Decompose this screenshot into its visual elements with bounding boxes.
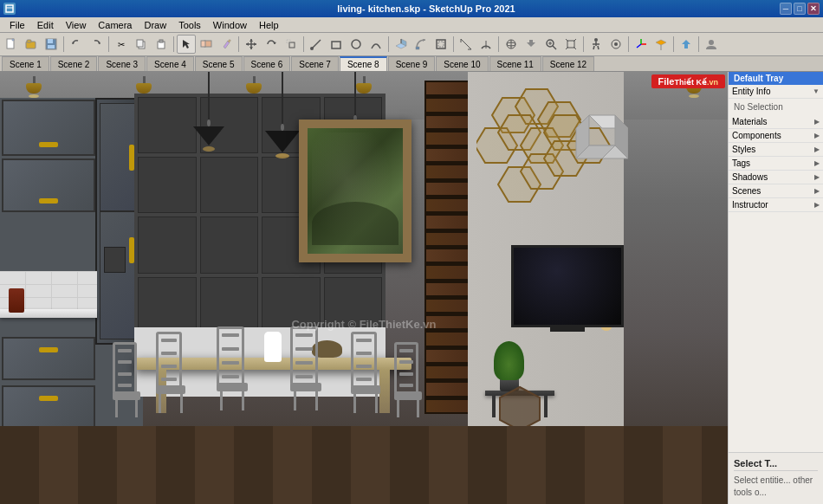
zoom-button[interactable] bbox=[541, 35, 561, 54]
navigation-cube[interactable] bbox=[572, 111, 628, 169]
menu-tools[interactable]: Tools bbox=[172, 18, 207, 32]
chair-back bbox=[351, 332, 377, 388]
fridge-door-top bbox=[100, 103, 139, 211]
section-button[interactable] bbox=[651, 35, 671, 54]
tray-scenes[interactable]: Scenes ▶ bbox=[729, 184, 823, 198]
pushpull-button[interactable] bbox=[392, 35, 411, 54]
wood-slat bbox=[426, 283, 470, 295]
scene-tab-11[interactable]: Scene 11 bbox=[489, 56, 541, 71]
svg-rect-7 bbox=[48, 45, 55, 48]
maximize-button[interactable]: □ bbox=[794, 3, 806, 15]
toolbar-sep-10 bbox=[628, 36, 629, 52]
rotate-button[interactable] bbox=[262, 35, 281, 54]
menu-window[interactable]: Window bbox=[207, 18, 253, 32]
grid-cell bbox=[200, 216, 259, 273]
scale-button[interactable] bbox=[282, 35, 301, 54]
table-leg bbox=[379, 370, 390, 413]
paint-button[interactable] bbox=[217, 35, 236, 54]
undo-button[interactable] bbox=[67, 35, 86, 54]
zoomfit-button[interactable] bbox=[561, 35, 580, 54]
svg-line-36 bbox=[461, 39, 471, 49]
arc-button[interactable] bbox=[366, 35, 386, 54]
lower-cabinets bbox=[0, 335, 97, 430]
chair-slat bbox=[399, 384, 413, 387]
entity-info-label: Entity Info bbox=[732, 87, 770, 96]
scene-tab-6[interactable]: Scene 6 bbox=[243, 56, 291, 71]
circle-button[interactable] bbox=[347, 35, 366, 54]
open-button[interactable] bbox=[22, 35, 41, 54]
chair-seat bbox=[217, 383, 248, 391]
lower-cabinet-1 bbox=[2, 337, 95, 380]
tray-shadows[interactable]: Shadows ▶ bbox=[729, 171, 823, 184]
lookaround-button[interactable] bbox=[606, 35, 625, 54]
svg-point-64 bbox=[709, 40, 714, 45]
cut-button[interactable]: ✂ bbox=[112, 35, 131, 54]
pendant-shade-1 bbox=[193, 126, 224, 145]
tray-materials[interactable]: Materials ▶ bbox=[729, 115, 823, 129]
tray-entity-info[interactable]: Entity Info ▼ bbox=[729, 85, 823, 99]
shadows-arrow: ▶ bbox=[814, 173, 820, 181]
menu-file[interactable]: File bbox=[3, 18, 31, 32]
pan-button[interactable] bbox=[522, 35, 541, 54]
menu-draw[interactable]: Draw bbox=[138, 18, 172, 32]
wood-slat bbox=[426, 233, 470, 245]
scene-tab-12[interactable]: Scene 12 bbox=[542, 56, 594, 71]
menu-view[interactable]: View bbox=[60, 18, 93, 32]
chair-seat bbox=[156, 385, 185, 394]
scene-tab-4[interactable]: Scene 4 bbox=[146, 56, 194, 71]
import-button[interactable] bbox=[677, 35, 696, 54]
scene-tab-2[interactable]: Scene 2 bbox=[50, 56, 98, 71]
line-button[interactable] bbox=[307, 35, 326, 54]
erase-tool-button[interactable] bbox=[197, 35, 216, 54]
scene-tab-8[interactable]: Scene 8 bbox=[340, 56, 387, 71]
save-button[interactable] bbox=[42, 35, 61, 54]
menu-help[interactable]: Help bbox=[253, 18, 285, 32]
measure-button[interactable] bbox=[457, 35, 476, 54]
wood-slat bbox=[426, 165, 470, 178]
scene-tab-5[interactable]: Scene 5 bbox=[195, 56, 243, 71]
orbit-button[interactable] bbox=[502, 35, 521, 54]
tray-tags[interactable]: Tags ▶ bbox=[729, 157, 823, 171]
scene-tab-10[interactable]: Scene 10 bbox=[436, 56, 488, 71]
axes-button[interactable] bbox=[632, 35, 651, 54]
offset-button[interactable] bbox=[431, 35, 450, 54]
chair-seat bbox=[113, 391, 140, 400]
pendant-wire-3 bbox=[354, 72, 356, 115]
chair-left bbox=[156, 332, 185, 413]
toolbar-sep-6 bbox=[388, 36, 389, 52]
walkthrough-button[interactable] bbox=[586, 35, 606, 54]
chair-slat bbox=[356, 339, 372, 342]
chair-legs bbox=[217, 391, 248, 410]
scene-tab-3[interactable]: Scene 3 bbox=[98, 56, 146, 71]
scene-tab-7[interactable]: Scene 7 bbox=[291, 56, 339, 71]
minimize-button[interactable]: ─ bbox=[780, 3, 792, 15]
grid-cell bbox=[200, 157, 259, 213]
viewport-3d[interactable]: Copyright © FileThietKe.vn FileThiết Kế.… bbox=[0, 72, 728, 504]
chair-slat bbox=[356, 365, 372, 368]
copy-button[interactable] bbox=[132, 35, 151, 54]
followme-button[interactable] bbox=[412, 35, 431, 54]
select-tool-button[interactable] bbox=[177, 35, 196, 54]
menu-camera[interactable]: Camera bbox=[92, 18, 138, 32]
paste-button[interactable] bbox=[152, 35, 171, 54]
new-file-button[interactable] bbox=[2, 35, 21, 54]
move-button[interactable] bbox=[242, 35, 261, 54]
wood-slat-panel bbox=[424, 81, 472, 414]
user-account-button[interactable] bbox=[702, 35, 721, 54]
redo-button[interactable] bbox=[87, 35, 106, 54]
svg-rect-16 bbox=[201, 41, 205, 47]
scene-tab-1[interactable]: Scene 1 bbox=[2, 56, 49, 71]
tray-components[interactable]: Components ▶ bbox=[729, 129, 823, 143]
scene-tab-9[interactable]: Scene 9 bbox=[388, 56, 436, 71]
chair-legs bbox=[394, 400, 422, 417]
tray-instructor[interactable]: Instructor ▶ bbox=[729, 198, 823, 212]
rectangle-button[interactable] bbox=[327, 35, 346, 54]
tray-styles[interactable]: Styles ▶ bbox=[729, 143, 823, 157]
protractor-button[interactable] bbox=[476, 35, 496, 54]
floor bbox=[0, 426, 728, 504]
menu-edit[interactable]: Edit bbox=[31, 18, 60, 32]
upper-cabinet-door-2 bbox=[2, 158, 95, 212]
grid-cell bbox=[138, 277, 197, 333]
close-button[interactable]: ✕ bbox=[807, 3, 820, 15]
wood-slat bbox=[426, 366, 470, 378]
